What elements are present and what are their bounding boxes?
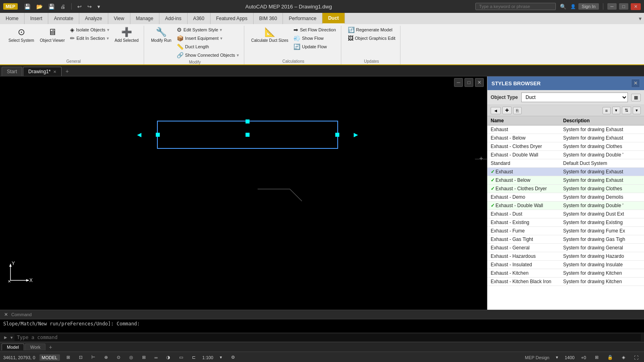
table-row[interactable]: Exhaust - KitchenSystem for drawing Kitc… <box>487 269 644 278</box>
handle-mid-right[interactable] <box>335 133 339 137</box>
doc-tab-add-btn[interactable]: + <box>62 66 72 76</box>
edit-in-section-btn[interactable]: ✏ Edit In Section ▾ <box>68 34 111 42</box>
table-row[interactable]: Exhaust - BelowSystem for drawing Exhaus… <box>487 134 644 142</box>
tab-add-ins[interactable]: Add-ins <box>159 13 188 24</box>
isolate-ui-btn[interactable]: ◈ <box>619 354 627 361</box>
canvas-restore-btn[interactable]: □ <box>464 78 473 87</box>
ortho-btn[interactable]: ⊢ <box>89 354 98 361</box>
tab-a360[interactable]: A360 <box>188 13 211 24</box>
transparency-btn[interactable]: ◑ <box>164 354 173 361</box>
handle-mid-left[interactable] <box>156 133 160 137</box>
table-row[interactable]: ✓Exhaust - BelowSystem for drawing Exhau… <box>487 176 644 185</box>
lock-btn[interactable]: 🔒 <box>605 354 615 361</box>
search-input[interactable] <box>475 3 556 10</box>
table-row[interactable]: Exhaust - HazardousSystem for drawing Ha… <box>487 252 644 261</box>
table-row[interactable]: Exhaust - ExistingSystem for drawing Exi… <box>487 218 644 227</box>
isolate-objects-btn[interactable]: ◈ Isolate Objects ▾ <box>68 26 111 34</box>
handle-left-arrow[interactable]: ◄ <box>136 131 143 139</box>
tab-manage[interactable]: Manage <box>130 13 159 24</box>
new-style-btn[interactable]: ✚ <box>502 107 512 114</box>
tab-analyze[interactable]: Analyze <box>79 13 108 24</box>
object-graphics-btn[interactable]: 🖼 Object Graphics Edit <box>346 34 397 42</box>
command-input[interactable] <box>14 334 641 341</box>
otrack-btn[interactable]: ◎ <box>127 354 136 361</box>
tab-performance[interactable]: Performance <box>283 13 322 24</box>
tab-bim360[interactable]: BIM 360 <box>254 13 283 24</box>
object-type-select[interactable]: Duct <box>521 93 628 102</box>
calculate-duct-btn[interactable]: 📐 Calculate Duct Sizes <box>249 26 290 44</box>
table-row[interactable]: ExhaustSystem for drawing Exhaust <box>487 125 644 134</box>
undo-btn[interactable]: ↩ <box>76 3 83 10</box>
handle-top-center[interactable] <box>246 119 250 123</box>
sort-btn[interactable]: ⇅ <box>622 107 631 114</box>
table-row[interactable]: Exhaust - Gas TightSystem for drawing Ga… <box>487 235 644 244</box>
print-btn[interactable]: 🖨 <box>59 3 67 10</box>
handle-mid-center[interactable] <box>246 133 250 137</box>
workspace-arrow[interactable]: ▾ <box>553 354 561 361</box>
table-row[interactable]: Exhaust - InsulatedSystem for drawing In… <box>487 261 644 269</box>
table-row[interactable]: Exhaust - DustSystem for drawing Dust Ex… <box>487 210 644 218</box>
table-row[interactable]: Exhaust - Kitchen Black IronSystem for d… <box>487 278 644 286</box>
search-btn[interactable]: 🔍 <box>558 3 568 10</box>
show-connected-btn[interactable]: 🔗 Show Connected Objects ▾ <box>175 51 241 59</box>
scale-arrow[interactable]: ▾ <box>217 354 225 361</box>
handle-right-arrow[interactable]: ► <box>352 131 359 139</box>
cmd-close-btn[interactable]: ✕ <box>2 311 10 318</box>
tab-view[interactable]: View <box>108 13 130 24</box>
doc-tab-drawing1[interactable]: Drawing1* ✕ <box>23 67 61 76</box>
annotate-scale-btn[interactable]: ⊏ <box>190 354 198 361</box>
settings-btn[interactable]: ⚙ <box>229 354 237 361</box>
table-row[interactable]: ✓Exhaust - Double WallSystem for drawing… <box>487 202 644 210</box>
table-row[interactable]: ✓ExhaustSystem for drawing Exhaust <box>487 168 644 176</box>
regenerate-model-btn[interactable]: 🔃 Regenerate Model <box>346 26 397 34</box>
units-plus[interactable]: +0 <box>578 354 588 361</box>
doc-tab-start[interactable]: Start <box>2 67 22 76</box>
ducs-btn[interactable]: ⊞ <box>140 354 148 361</box>
canvas-area[interactable]: ─ □ ✕ + ◄ ► Y <box>0 76 487 310</box>
tab-home[interactable]: Home <box>0 13 25 24</box>
full-screen-btn[interactable]: ⛶ <box>632 354 641 361</box>
view-options-btn[interactable]: ▾ <box>612 107 620 114</box>
back-btn[interactable]: ◄ <box>491 107 501 114</box>
doc-tab-close-btn[interactable]: ✕ <box>53 70 56 74</box>
sb-close-btn[interactable]: ✕ <box>631 79 640 88</box>
work-tab[interactable]: Work <box>25 343 45 350</box>
model-tab[interactable]: Model <box>2 343 24 350</box>
modify-run-btn[interactable]: 🔧 Modify Run <box>149 26 173 44</box>
table-row[interactable]: Exhaust - Double WallSystem for drawing … <box>487 151 644 159</box>
insert-equipment-btn[interactable]: 📦 Insert Equipment ▾ <box>175 34 241 42</box>
canvas-close-btn[interactable]: ✕ <box>475 78 484 87</box>
add-tab-btn[interactable]: + <box>46 344 54 350</box>
tab-featured[interactable]: Featured Apps <box>211 13 254 24</box>
canvas-minimize-btn[interactable]: ─ <box>454 78 463 87</box>
filter-btn[interactable]: ▾ <box>633 107 641 114</box>
selection-btn[interactable]: ▭ <box>177 354 186 361</box>
lineweight-btn[interactable]: ═ <box>152 354 160 361</box>
model-mode-btn[interactable]: MODEL <box>39 354 60 361</box>
grid-btn[interactable]: ⊞ <box>64 354 72 361</box>
show-flow-btn[interactable]: 💨 Show Flow <box>292 34 337 42</box>
col-description[interactable]: Description <box>560 116 644 125</box>
table-row[interactable]: Exhaust - FumeSystem for drawing Fume Ex <box>487 227 644 235</box>
table-row[interactable]: ✓Exhaust - Clothes DryerSystem for drawi… <box>487 185 644 193</box>
ribbon-arrow[interactable]: ▾ <box>636 13 644 24</box>
add-selected-btn[interactable]: ➕ Add Selected <box>113 26 141 44</box>
duct-rectangle[interactable]: ◄ ► <box>157 121 338 149</box>
tab-duct[interactable]: Duct <box>322 13 345 24</box>
object-viewer-btn[interactable]: 🖥 Object Viewer <box>38 26 67 44</box>
table-row[interactable]: Exhaust - GeneralSystem for drawing Gene… <box>487 244 644 252</box>
copy-style-btn[interactable]: ⎘ <box>513 107 522 114</box>
minimize-btn[interactable]: ─ <box>607 3 617 10</box>
duct-length-btn[interactable]: 📏 Duct Length <box>175 43 241 51</box>
col-name[interactable]: Name <box>487 116 560 125</box>
save-btn[interactable]: 💾 <box>47 3 56 10</box>
tab-insert[interactable]: Insert <box>25 13 48 24</box>
table-row[interactable]: StandardDefault Duct System <box>487 159 644 168</box>
quick-save-btn[interactable]: 💾 <box>23 3 32 10</box>
open-btn[interactable]: 📂 <box>35 3 44 10</box>
edit-system-style-btn[interactable]: ⚙ Edit System Style ▾ <box>175 26 241 34</box>
redo-btn[interactable]: ↪ <box>86 3 93 10</box>
tab-annotate[interactable]: Annotate <box>48 13 79 24</box>
table-row[interactable]: Exhaust - DemoSystem for drawing Demolis <box>487 193 644 202</box>
update-flow-btn[interactable]: 🔄 Update Flow <box>292 43 337 51</box>
